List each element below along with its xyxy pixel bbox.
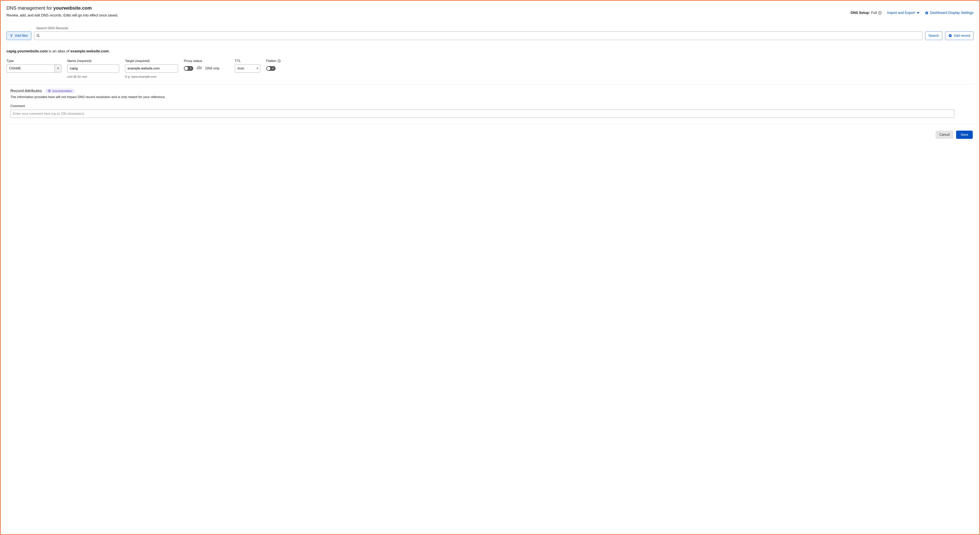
search-button-label: Search [929,34,939,38]
record-summary-period: . [109,49,110,53]
field-target: Target (required) E.g. www.example.com [125,59,178,78]
attributes-heading-row: Record Attributes Documentation [10,88,974,93]
name-hint: Use @ for root [67,75,119,78]
name-label: Name (required) [67,59,119,63]
type-select[interactable]: CNAME [6,64,61,73]
proxy-toggle[interactable]: ✕ [184,66,193,71]
dns-setup-status: DNS Setup: Full [851,11,881,15]
caret-down-icon [57,68,59,69]
import-export-menu[interactable]: Import and Export [887,11,920,15]
search-section: Search DNS Records Add filter Search [6,26,974,40]
flatten-label-text: Flatten [266,59,276,63]
display-settings-link[interactable]: Dashboard Display Settings [925,11,974,15]
record-target-full: example.website.com [70,49,108,53]
caret-down-icon [256,68,259,69]
header: DNS management for yourwebsite.com Revie… [6,5,974,18]
toggle-x-icon: ✕ [272,67,274,70]
record-form: Type CNAME Name (required) Use @ for roo… [6,59,974,78]
search-row: Add filter Search Add record [6,31,974,40]
gear-icon [925,11,929,15]
documentation-link[interactable]: Documentation [45,89,75,93]
display-settings-label: Dashboard Display Settings [930,11,974,15]
save-button[interactable]: Save [956,131,973,139]
attributes-desc: The information provided here will not i… [10,95,974,99]
search-label: Search DNS Records [36,26,974,30]
record-summary-middle: is an alias of [48,49,70,53]
svg-point-2 [880,12,880,12]
name-input[interactable] [67,64,119,73]
type-value: CNAME [7,64,54,72]
type-dropdown-button[interactable] [54,64,61,72]
flatten-toggle[interactable]: ✕ [266,66,275,71]
info-icon[interactable] [878,11,881,15]
cancel-button[interactable]: Cancel [935,131,953,139]
record-attributes: Record Attributes Documentation The info… [6,85,974,118]
ttl-select[interactable]: Auto [235,64,260,73]
add-filter-button[interactable]: Add filter [6,31,31,40]
field-type: Type CNAME [6,59,61,73]
header-left: DNS management for yourwebsite.com Revie… [6,5,118,18]
toggle-knob [185,67,188,70]
info-icon[interactable] [278,59,281,62]
import-export-label: Import and Export [887,11,915,15]
ttl-label: TTL [235,59,260,63]
target-hint: E.g. www.example.com [125,75,178,78]
search-input-wrap [34,31,923,40]
svg-marker-3 [10,35,13,37]
save-label: Save [961,133,968,136]
svg-point-4 [37,35,39,37]
ttl-value: Auto [237,67,244,70]
footer-actions: Cancel Save [6,131,974,139]
type-label: Type [6,59,61,63]
proxy-text: DNS only [205,67,220,70]
svg-line-5 [38,36,40,37]
page-title-prefix: DNS management for [6,5,53,11]
dns-setup-label: DNS Setup: [851,11,870,15]
page-title-domain: yourwebsite.com [53,5,92,11]
field-name: Name (required) Use @ for root [67,59,119,78]
header-right: DNS Setup: Full Import and Export Dashbo… [851,5,974,18]
cloud-icon [196,66,203,71]
proxy-label: Proxy status [184,59,229,63]
target-input[interactable] [125,64,178,73]
target-label: Target (required) [125,59,178,63]
caret-down-icon [917,12,920,14]
attributes-title: Record Attributes [10,88,42,93]
search-button[interactable]: Search [925,31,942,40]
add-record-button[interactable]: Add record [945,31,974,40]
record-summary: capig.yourwebsite.com is an alias of exa… [6,49,974,53]
flatten-label: Flatten [266,59,284,63]
cancel-label: Cancel [939,133,950,136]
plus-circle-icon [948,34,952,37]
comment-input[interactable] [10,110,955,118]
toggle-x-icon: ✕ [190,67,192,70]
record-host: capig.yourwebsite.com [6,49,48,53]
filter-icon [10,34,13,37]
field-proxy: Proxy status ✕ DNS only [184,59,229,73]
dns-management-panel: DNS management for yourwebsite.com Revie… [0,0,980,535]
page-subtext: Review, add, and edit DNS records. Edits… [6,13,118,18]
dns-setup-value: Full [871,11,877,15]
comment-label: Comment [10,104,974,108]
search-icon [37,34,40,37]
field-flatten: Flatten ✕ [266,59,284,73]
documentation-label: Documentation [52,89,72,93]
toggle-knob [267,67,270,70]
add-filter-label: Add filter [15,34,28,38]
page-title: DNS management for yourwebsite.com [6,5,118,11]
add-record-label: Add record [954,34,970,38]
search-input[interactable] [34,31,923,40]
field-ttl: TTL Auto [235,59,260,73]
book-icon [48,89,51,93]
